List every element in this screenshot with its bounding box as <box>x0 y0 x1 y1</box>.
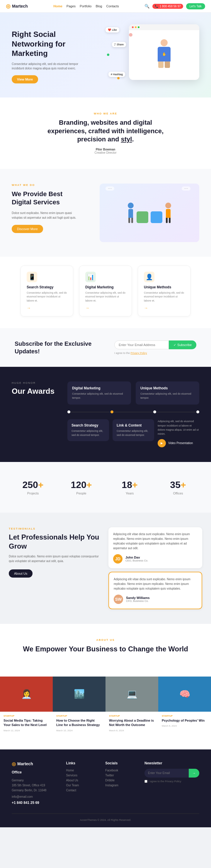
card-arrow-1[interactable]: → <box>85 306 126 310</box>
testimonials-tag: TESTIMONIALS <box>9 527 102 530</box>
social-tag-hash: # Hashtag <box>109 72 125 77</box>
stat-people: 120+ People <box>60 479 102 495</box>
footer-logo: ◎ Martech <box>12 761 57 767</box>
footer-facebook[interactable]: Facebook <box>105 769 136 772</box>
social-tag-like: ❤️ Like <box>106 27 119 32</box>
footer-bottom: AccenThemes © 2024. All Rights Reserved. <box>12 813 199 822</box>
privacy-link[interactable]: Privacy Policy <box>131 351 147 354</box>
footer-instagram[interactable]: Instagram <box>105 784 136 787</box>
footer-social-list: Facebook Twitter Dribble Instagram <box>105 769 136 787</box>
card-desc-0: Consectetur adipiscing elit, sed do eius… <box>27 291 67 303</box>
services-section: WHAT WE DO We Provide Best Digital Servi… <box>0 169 211 257</box>
subscribe-button[interactable]: ✓ Subscribe <box>169 340 197 349</box>
subscribe-title: Subscribe for the Exclusive Updates! <box>14 340 114 355</box>
hero-text: Right Social Networking for Marketing Co… <box>12 30 88 84</box>
newsletter-privacy: I agree to the Privacy Policy <box>145 780 199 783</box>
blog-tag-1: STARTUP <box>56 715 102 717</box>
test-card-1: Adipiscing elit vitae dicta sunt explica… <box>109 572 202 609</box>
blog-title-2[interactable]: Worrying About a Deadline is Not Worth t… <box>109 718 155 727</box>
footer-office: ◎ Martech Office Germany 185 5th Street,… <box>12 761 57 805</box>
card-search-strategy: 📱 Search Strategy Consectetur adipiscing… <box>21 266 73 317</box>
footer-brand-name: Martech <box>17 762 33 766</box>
blog-title-1[interactable]: How to Choose the Right Line for a Busin… <box>56 718 102 727</box>
footer-address-country: Germany <box>12 778 57 783</box>
nav-contacts[interactable]: Contacts <box>106 4 119 8</box>
stat-years: 18+ Years <box>109 479 151 495</box>
newsletter-privacy-checkbox[interactable] <box>145 780 147 783</box>
testimonials-left: TESTIMONIALS Let Professionals Help You … <box>9 527 102 609</box>
blog-scroll: 👩‍💼 STARTUP Social Media Tips: Taking Yo… <box>0 677 211 735</box>
footer-socials-title: Socials <box>105 761 136 765</box>
email-input[interactable] <box>114 340 169 349</box>
author-name-1: Sandy Williams <box>126 596 150 599</box>
blog-img-1: 🏙️ <box>53 677 106 712</box>
blog-title-0[interactable]: Social Media Tips: Taking Your Sales to … <box>3 718 49 727</box>
footer-dribble[interactable]: Dribble <box>105 779 136 782</box>
brand-name: Martech <box>12 4 28 8</box>
test-card-0: Adipiscing elit vitae dicta sunt explica… <box>109 527 202 568</box>
footer-link-contact[interactable]: Contact <box>66 789 97 792</box>
footer-office-title: Office <box>12 770 57 774</box>
hero-description: Consectetur adipiscing elit, sed do eius… <box>12 62 88 70</box>
award-card-1: Unique Methods Consectetur adipiscing el… <box>136 381 199 405</box>
card-arrow-0[interactable]: → <box>27 306 67 310</box>
nav-right: 🔍 📞 1 800 458 56 97 Let's Talk <box>145 3 205 9</box>
nav-portfolio[interactable]: Portfolio <box>80 4 91 8</box>
footer-link-team[interactable]: Our Team <box>66 784 97 787</box>
search-icon[interactable]: 🔍 <box>145 4 149 8</box>
blog-title-3[interactable]: Psychology of Peoples' Win <box>162 718 208 723</box>
award-bottom-title-0: Search Strategy <box>71 423 105 427</box>
newsletter-input[interactable] <box>145 769 189 778</box>
newsletter-submit-button[interactable]: → <box>189 769 199 778</box>
services-title: We Provide Best Digital Services <box>12 190 82 207</box>
blog-card-0: 👩‍💼 STARTUP Social Media Tips: Taking Yo… <box>0 677 53 735</box>
unique-methods-icon: 👤 <box>144 272 154 282</box>
hero-illustration: ✋ ❤️ Like # Hashtag ⤴ Share <box>106 24 199 89</box>
deco-dot-2 <box>129 33 132 37</box>
blog-tag-2: STARTUP <box>109 715 155 717</box>
phone-number: 1 800 458 56 97 <box>159 5 181 8</box>
puzzle-illustration <box>128 203 171 223</box>
about-us-button[interactable]: About Us <box>9 569 33 578</box>
hero-section: Right Social Networking for Marketing Co… <box>0 12 211 97</box>
testimonials-title: Let Professionals Help You Grow <box>9 532 102 551</box>
footer-link-services[interactable]: Services <box>66 774 97 777</box>
testimonials-inner: TESTIMONIALS Let Professionals Help You … <box>9 527 202 609</box>
awards-label: HUGE HONOR <box>12 381 59 384</box>
who-we-are-heading: Branding, websites and digital experienc… <box>35 119 176 144</box>
cards-row: 📱 Search Strategy Consectetur adipiscing… <box>9 266 202 317</box>
card-title-1: Digital Marketing <box>85 285 126 289</box>
footer-link-home[interactable]: Home <box>66 769 97 772</box>
subscribe-input-row: ✓ Subscribe <box>114 340 197 349</box>
footer-twitter[interactable]: Twitter <box>105 774 136 777</box>
brand-logo[interactable]: ◎ Martech <box>6 3 28 9</box>
test-author-1: SW Sandy Williams CFO, Business Co. <box>114 595 197 604</box>
card-arrow-2[interactable]: → <box>144 306 184 310</box>
footer-link-about[interactable]: About Us <box>66 779 97 782</box>
nav-blog[interactable]: Blog <box>95 4 102 8</box>
test-author-0: JD John Dav CEO, Business Co. <box>113 554 198 563</box>
blog-img-2: 💻 <box>106 677 158 712</box>
footer-phone: +1 840 841 25 69 <box>12 801 57 805</box>
stat-plus-3: + <box>181 479 186 490</box>
footer-links-list: Home Services About Us Our Team Contact <box>66 769 97 792</box>
stats-section: 250+ Projects 120+ People 18+ Years 35+ … <box>0 462 211 513</box>
subscribe-section: Subscribe for the Exclusive Updates! ✓ S… <box>0 328 211 367</box>
hero-cta-button[interactable]: View More <box>12 75 38 84</box>
timeline-dot-3 <box>153 410 156 413</box>
nav-pages[interactable]: Pages <box>66 4 76 8</box>
author-role-0: CEO, Business Co. <box>125 559 148 562</box>
stat-plus-1: + <box>86 479 92 490</box>
award-card-0: Digital Marketing Consectetur adipiscing… <box>67 381 131 405</box>
video-cta: ▶ Video Presentation <box>158 439 199 447</box>
play-button[interactable]: ▶ <box>158 439 166 447</box>
video-label: Video Presentation <box>168 441 193 445</box>
awards-bottom: Search Strategy Consectetur adipiscing e… <box>67 419 199 447</box>
figure-1 <box>128 203 133 223</box>
footer-email[interactable]: info@email.com <box>12 795 57 798</box>
cta-button[interactable]: Let's Talk <box>186 3 205 9</box>
footer-newsletter-col: Newsletter → I agree to the Privacy Poli… <box>145 761 199 805</box>
author-name: Piter Bowman <box>18 148 193 151</box>
nav-home[interactable]: Home <box>53 4 62 8</box>
services-cta-button[interactable]: Discover More <box>12 225 43 233</box>
